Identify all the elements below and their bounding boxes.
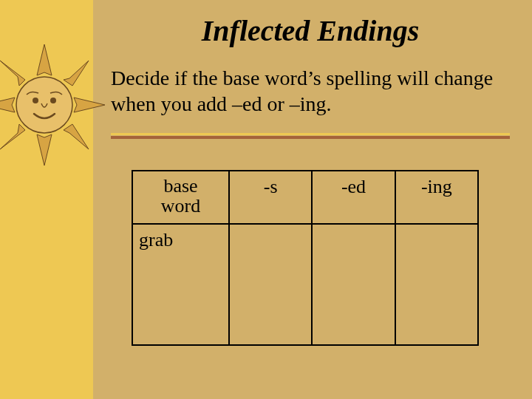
svg-point-8: [16, 77, 72, 133]
cell-s: [229, 224, 312, 345]
header-ed: -ed: [312, 171, 395, 224]
header-base-word-line1: base: [163, 175, 197, 197]
svg-marker-6: [0, 124, 25, 149]
table-row: grab: [132, 224, 478, 345]
svg-point-10: [50, 98, 56, 103]
svg-marker-5: [64, 61, 89, 86]
header-base-word: base word: [132, 171, 229, 224]
svg-marker-3: [74, 98, 105, 112]
header-base-word-line2: word: [161, 195, 200, 216]
header-ing: -ing: [395, 171, 478, 224]
title-underline: [111, 132, 510, 145]
slide: Inflected Endings Decide if the base wor…: [0, 0, 532, 399]
svg-marker-0: [37, 44, 52, 75]
svg-marker-2: [0, 98, 15, 112]
cell-ing: [395, 224, 478, 345]
header-s: -s: [229, 171, 312, 224]
sun-face-icon: [0, 43, 106, 167]
cell-base-word: grab: [132, 224, 229, 345]
svg-marker-1: [37, 134, 52, 166]
svg-marker-4: [0, 61, 25, 86]
slide-subtitle: Decide if the base word’s spelling will …: [111, 65, 510, 117]
svg-point-9: [33, 98, 38, 103]
table-header-row: base word -s -ed -ing: [132, 171, 478, 224]
inflection-table: base word -s -ed -ing grab: [132, 170, 479, 346]
cell-ed: [312, 224, 395, 345]
svg-marker-7: [64, 124, 89, 149]
slide-title: Inflected Endings: [111, 13, 510, 48]
